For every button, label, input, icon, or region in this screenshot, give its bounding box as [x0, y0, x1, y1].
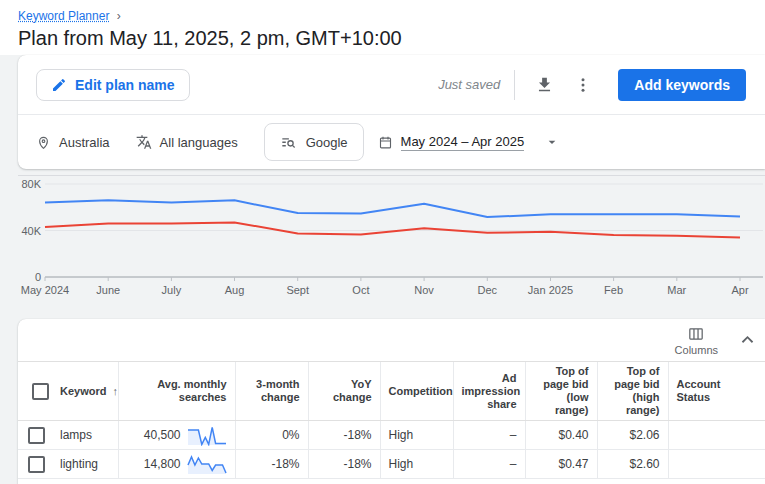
svg-text:June: June	[96, 284, 120, 296]
network-filter-label: Google	[306, 135, 348, 150]
keyword-planner-page: Keyword Planner › Plan from May 11, 2025…	[0, 0, 765, 484]
breadcrumb: Keyword Planner ›	[18, 9, 765, 23]
svg-text:Oct: Oct	[352, 284, 369, 296]
table-row[interactable]: lamps40,5000%-18%High–$0.40$2.06	[18, 421, 765, 450]
column-header-ad-impression-share[interactable]: Ad impression share	[453, 362, 525, 421]
sparkline	[187, 424, 227, 446]
date-range-value: May 2024 – Apr 2025	[401, 134, 525, 151]
page-content: Edit plan name Just saved	[0, 55, 765, 484]
location-filter-label: Australia	[59, 135, 110, 150]
pagination-status: 1 - 2 of 2	[18, 479, 765, 484]
svg-text:July: July	[162, 284, 182, 296]
caret-down-icon	[544, 134, 560, 150]
search-volume-line-chart: May 2024JuneJulyAugSeptOctNovDecJan 2025…	[18, 180, 765, 300]
sparkline	[187, 453, 227, 475]
columns-button-label: Columns	[675, 344, 718, 356]
table-header-row: Keyword↑Avg. monthly searches3-month cha…	[18, 362, 765, 421]
row-checkbox-cell	[18, 450, 52, 479]
svg-text:Apr: Apr	[731, 284, 748, 296]
select-all-checkbox[interactable]	[32, 383, 49, 400]
svg-text:Aug: Aug	[225, 284, 245, 296]
table-toolbar: Columns	[18, 319, 765, 361]
toolbar-divider	[514, 70, 515, 100]
column-header-3-month-change[interactable]: 3-month change	[235, 362, 308, 421]
cell-avg-monthly-searches: 14,800	[118, 450, 235, 479]
select-all-cell	[18, 362, 52, 421]
svg-text:Nov: Nov	[414, 284, 434, 296]
date-range-filter[interactable]: May 2024 – Apr 2025	[378, 134, 561, 151]
cell-top-bid-high: $2.60	[597, 450, 668, 479]
row-checkbox-cell	[18, 421, 52, 450]
collapse-table-button[interactable]	[738, 332, 757, 347]
svg-text:0: 0	[35, 271, 41, 283]
plan-toolbar: Edit plan name Just saved	[18, 55, 765, 115]
download-button[interactable]	[531, 71, 558, 98]
chevron-up-icon	[740, 333, 755, 348]
more-options-button[interactable]	[570, 72, 596, 98]
table-row[interactable]: lighting14,800-18%-18%High–$0.47$2.60	[18, 450, 765, 479]
keywords-table: Keyword↑Avg. monthly searches3-month cha…	[18, 361, 765, 479]
cell-account-status	[668, 450, 765, 479]
download-icon	[535, 82, 554, 97]
cell-ad-impression-share: –	[453, 450, 525, 479]
svg-text:Dec: Dec	[478, 284, 498, 296]
svg-text:Mar: Mar	[667, 284, 686, 296]
cell-keyword: lighting	[52, 450, 118, 479]
column-header-keyword[interactable]: Keyword↑	[52, 362, 118, 421]
toolbar-right-group: Just saved Add keywords	[438, 69, 746, 101]
edit-plan-name-button[interactable]: Edit plan name	[36, 69, 190, 101]
language-filter-label: All languages	[160, 135, 238, 150]
row-checkbox[interactable]	[28, 456, 45, 473]
filter-bar: Australia All languages Google	[18, 115, 765, 169]
cell-avg-monthly-searches: 40,500	[118, 421, 235, 450]
kebab-menu-icon	[574, 82, 592, 97]
svg-text:May 2024: May 2024	[21, 284, 69, 296]
svg-text:80K: 80K	[21, 180, 41, 190]
location-filter[interactable]: Australia	[36, 135, 110, 150]
cell-top-bid-low: $0.47	[525, 450, 597, 479]
save-status-text: Just saved	[438, 77, 500, 92]
page-title: Plan from May 11, 2025, 2 pm, GMT+10:00	[18, 26, 765, 50]
edit-pencil-icon	[51, 77, 67, 93]
search-volume-chart-section: May 2024JuneJulyAugSeptOctNovDecJan 2025…	[18, 175, 765, 300]
cell-yoy-change: -18%	[308, 450, 380, 479]
svg-text:Jan 2025: Jan 2025	[528, 284, 573, 296]
page-header: Keyword Planner › Plan from May 11, 2025…	[0, 0, 765, 55]
add-keywords-button[interactable]: Add keywords	[618, 69, 746, 101]
column-header-top-of-page-bid-high-range-[interactable]: Top of page bid (high range)	[597, 362, 668, 421]
breadcrumb-separator: ›	[117, 9, 121, 23]
cell-three-month-change: -18%	[235, 450, 308, 479]
svg-text:40K: 40K	[21, 225, 41, 237]
column-header-avg-monthly-searches[interactable]: Avg. monthly searches	[118, 362, 235, 421]
column-header-account-status[interactable]: Account Status	[668, 362, 765, 421]
breadcrumb-link-keyword-planner[interactable]: Keyword Planner	[18, 9, 109, 23]
columns-icon	[687, 326, 705, 342]
cell-ad-impression-share: –	[453, 421, 525, 450]
keywords-table-card: Columns Keyword↑Avg. monthly searches3-m…	[18, 319, 765, 484]
row-checkbox[interactable]	[28, 427, 45, 444]
column-header-yoy-change[interactable]: YoY change	[308, 362, 380, 421]
cell-top-bid-high: $2.06	[597, 421, 668, 450]
cell-keyword: lamps	[52, 421, 118, 450]
svg-text:Sept: Sept	[286, 284, 309, 296]
plan-toolbar-card: Edit plan name Just saved	[18, 55, 765, 169]
calendar-icon	[378, 135, 393, 150]
location-pin-icon	[36, 135, 51, 150]
cell-top-bid-low: $0.40	[525, 421, 597, 450]
cell-competition: High	[380, 450, 453, 479]
translate-icon	[136, 134, 152, 150]
sort-asc-icon: ↑	[112, 385, 118, 397]
edit-plan-name-label: Edit plan name	[75, 77, 175, 93]
language-filter[interactable]: All languages	[136, 134, 238, 150]
network-filter[interactable]: Google	[264, 123, 364, 161]
cell-account-status	[668, 421, 765, 450]
cell-three-month-change: 0%	[235, 421, 308, 450]
cell-competition: High	[380, 421, 453, 450]
cell-yoy-change: -18%	[308, 421, 380, 450]
svg-text:Feb: Feb	[604, 284, 623, 296]
column-header-top-of-page-bid-low-range-[interactable]: Top of page bid (low range)	[525, 362, 597, 421]
search-network-icon	[280, 134, 297, 151]
columns-button[interactable]: Columns	[669, 324, 724, 358]
column-header-competition[interactable]: Competition	[380, 362, 453, 421]
